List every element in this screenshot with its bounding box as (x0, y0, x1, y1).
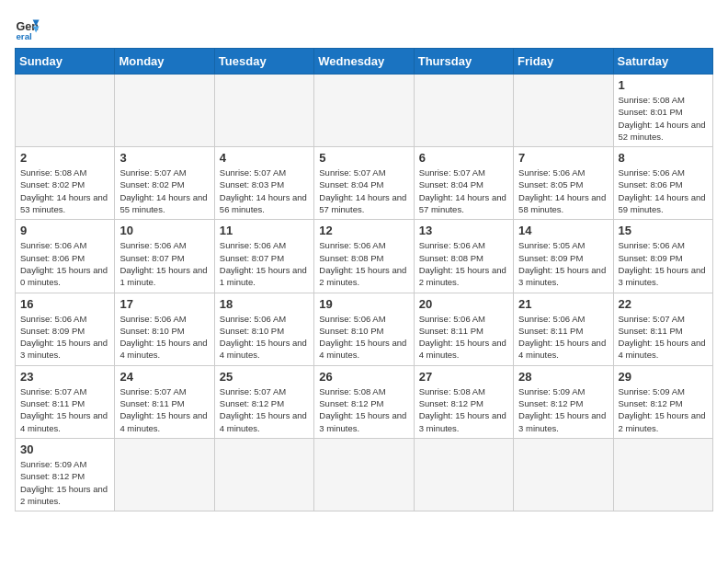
day-info: Sunrise: 5:08 AM Sunset: 8:01 PM Dayligh… (619, 94, 708, 143)
calendar-cell: 28Sunrise: 5:09 AM Sunset: 8:12 PM Dayli… (514, 365, 613, 438)
day-number: 8 (619, 151, 708, 165)
day-number: 22 (619, 297, 708, 311)
calendar-week-row: 16Sunrise: 5:06 AM Sunset: 8:09 PM Dayli… (16, 293, 713, 365)
calendar-cell (115, 438, 214, 511)
day-info: Sunrise: 5:07 AM Sunset: 8:11 PM Dayligh… (619, 313, 708, 362)
calendar-cell (314, 438, 414, 511)
calendar-cell: 26Sunrise: 5:08 AM Sunset: 8:12 PM Dayli… (314, 365, 414, 438)
day-number: 9 (20, 224, 109, 237)
day-number: 13 (419, 224, 508, 237)
day-number: 28 (518, 370, 608, 384)
calendar-cell: 11Sunrise: 5:06 AM Sunset: 8:07 PM Dayli… (214, 220, 313, 293)
weekday-header-tuesday: Tuesday (214, 49, 313, 75)
day-number: 16 (20, 297, 109, 311)
day-info: Sunrise: 5:06 AM Sunset: 8:10 PM Dayligh… (220, 313, 309, 362)
day-info: Sunrise: 5:07 AM Sunset: 8:04 PM Dayligh… (319, 167, 408, 215)
calendar-cell: 19Sunrise: 5:06 AM Sunset: 8:10 PM Dayli… (314, 293, 414, 365)
calendar-cell: 27Sunrise: 5:08 AM Sunset: 8:12 PM Dayli… (414, 365, 513, 438)
day-number: 5 (319, 151, 408, 165)
calendar-body: 1Sunrise: 5:08 AM Sunset: 8:01 PM Daylig… (16, 75, 713, 511)
day-number: 10 (119, 224, 209, 237)
calendar-cell (314, 75, 414, 147)
weekday-header-saturday: Saturday (613, 49, 712, 75)
day-info: Sunrise: 5:06 AM Sunset: 8:09 PM Dayligh… (20, 313, 109, 362)
calendar-cell: 5Sunrise: 5:07 AM Sunset: 8:04 PM Daylig… (314, 147, 414, 220)
day-info: Sunrise: 5:06 AM Sunset: 8:06 PM Dayligh… (619, 167, 708, 215)
day-info: Sunrise: 5:06 AM Sunset: 8:08 PM Dayligh… (319, 239, 408, 288)
calendar-cell (514, 438, 613, 511)
calendar-cell: 7Sunrise: 5:06 AM Sunset: 8:05 PM Daylig… (514, 147, 613, 220)
calendar-cell: 24Sunrise: 5:07 AM Sunset: 8:11 PM Dayli… (115, 365, 214, 438)
calendar-cell: 29Sunrise: 5:09 AM Sunset: 8:12 PM Dayli… (613, 365, 712, 438)
day-number: 2 (20, 151, 109, 165)
logo: Gen eral (15, 15, 44, 40)
calendar-cell: 14Sunrise: 5:05 AM Sunset: 8:09 PM Dayli… (514, 220, 613, 293)
day-info: Sunrise: 5:06 AM Sunset: 8:08 PM Dayligh… (419, 239, 508, 288)
day-info: Sunrise: 5:05 AM Sunset: 8:09 PM Dayligh… (518, 239, 608, 288)
calendar-cell (514, 75, 613, 147)
calendar-week-row: 23Sunrise: 5:07 AM Sunset: 8:11 PM Dayli… (16, 365, 713, 438)
calendar-cell (115, 75, 214, 147)
day-number: 25 (220, 370, 309, 384)
day-info: Sunrise: 5:07 AM Sunset: 8:11 PM Dayligh… (119, 385, 209, 434)
day-number: 15 (619, 224, 708, 237)
weekday-header-thursday: Thursday (414, 49, 513, 75)
calendar-cell: 20Sunrise: 5:06 AM Sunset: 8:11 PM Dayli… (414, 293, 513, 365)
day-info: Sunrise: 5:06 AM Sunset: 8:07 PM Dayligh… (220, 239, 309, 288)
day-number: 29 (619, 370, 708, 384)
day-number: 23 (20, 370, 109, 384)
calendar-cell: 16Sunrise: 5:06 AM Sunset: 8:09 PM Dayli… (16, 293, 115, 365)
calendar-cell: 10Sunrise: 5:06 AM Sunset: 8:07 PM Dayli… (115, 220, 214, 293)
calendar-cell: 22Sunrise: 5:07 AM Sunset: 8:11 PM Dayli… (613, 293, 712, 365)
logo-icon: Gen eral (15, 15, 40, 40)
calendar-cell (214, 75, 313, 147)
day-number: 21 (518, 297, 608, 311)
day-info: Sunrise: 5:06 AM Sunset: 8:11 PM Dayligh… (518, 313, 608, 362)
day-info: Sunrise: 5:09 AM Sunset: 8:12 PM Dayligh… (619, 385, 708, 434)
calendar-cell: 18Sunrise: 5:06 AM Sunset: 8:10 PM Dayli… (214, 293, 313, 365)
calendar-week-row: 30Sunrise: 5:09 AM Sunset: 8:12 PM Dayli… (16, 438, 713, 511)
calendar-cell: 23Sunrise: 5:07 AM Sunset: 8:11 PM Dayli… (16, 365, 115, 438)
day-number: 30 (20, 442, 109, 456)
day-info: Sunrise: 5:08 AM Sunset: 8:12 PM Dayligh… (419, 385, 508, 434)
day-info: Sunrise: 5:07 AM Sunset: 8:12 PM Dayligh… (220, 385, 309, 434)
calendar-cell: 17Sunrise: 5:06 AM Sunset: 8:10 PM Dayli… (115, 293, 214, 365)
calendar-header-row: SundayMondayTuesdayWednesdayThursdayFrid… (16, 49, 713, 75)
calendar-week-row: 2Sunrise: 5:08 AM Sunset: 8:02 PM Daylig… (16, 147, 713, 220)
svg-text:eral: eral (16, 31, 32, 40)
day-info: Sunrise: 5:07 AM Sunset: 8:03 PM Dayligh… (220, 167, 309, 215)
day-info: Sunrise: 5:09 AM Sunset: 8:12 PM Dayligh… (518, 385, 608, 434)
day-info: Sunrise: 5:09 AM Sunset: 8:12 PM Dayligh… (20, 458, 109, 507)
day-number: 7 (518, 151, 608, 165)
day-number: 12 (319, 224, 408, 237)
day-info: Sunrise: 5:06 AM Sunset: 8:11 PM Dayligh… (419, 313, 508, 362)
day-info: Sunrise: 5:07 AM Sunset: 8:04 PM Dayligh… (419, 167, 508, 215)
day-number: 26 (319, 370, 408, 384)
day-info: Sunrise: 5:06 AM Sunset: 8:10 PM Dayligh… (119, 313, 209, 362)
day-number: 27 (419, 370, 508, 384)
day-info: Sunrise: 5:06 AM Sunset: 8:07 PM Dayligh… (119, 239, 209, 288)
calendar-cell: 6Sunrise: 5:07 AM Sunset: 8:04 PM Daylig… (414, 147, 513, 220)
calendar-cell: 9Sunrise: 5:06 AM Sunset: 8:06 PM Daylig… (16, 220, 115, 293)
calendar-cell: 3Sunrise: 5:07 AM Sunset: 8:02 PM Daylig… (115, 147, 214, 220)
calendar-week-row: 9Sunrise: 5:06 AM Sunset: 8:06 PM Daylig… (16, 220, 713, 293)
day-number: 6 (419, 151, 508, 165)
calendar-cell: 1Sunrise: 5:08 AM Sunset: 8:01 PM Daylig… (613, 75, 712, 147)
day-info: Sunrise: 5:08 AM Sunset: 8:12 PM Dayligh… (319, 385, 408, 434)
day-number: 18 (220, 297, 309, 311)
day-number: 19 (319, 297, 408, 311)
weekday-header-sunday: Sunday (16, 49, 115, 75)
day-number: 20 (419, 297, 508, 311)
weekday-header-friday: Friday (514, 49, 613, 75)
calendar-cell (16, 75, 115, 147)
day-number: 4 (220, 151, 309, 165)
day-info: Sunrise: 5:07 AM Sunset: 8:11 PM Dayligh… (20, 385, 109, 434)
day-info: Sunrise: 5:08 AM Sunset: 8:02 PM Dayligh… (20, 167, 109, 215)
day-number: 14 (518, 224, 608, 237)
calendar-cell (214, 438, 313, 511)
day-number: 11 (220, 224, 309, 237)
calendar-cell: 25Sunrise: 5:07 AM Sunset: 8:12 PM Dayli… (214, 365, 313, 438)
calendar-cell: 2Sunrise: 5:08 AM Sunset: 8:02 PM Daylig… (16, 147, 115, 220)
day-number: 1 (619, 78, 708, 92)
day-number: 3 (119, 151, 209, 165)
